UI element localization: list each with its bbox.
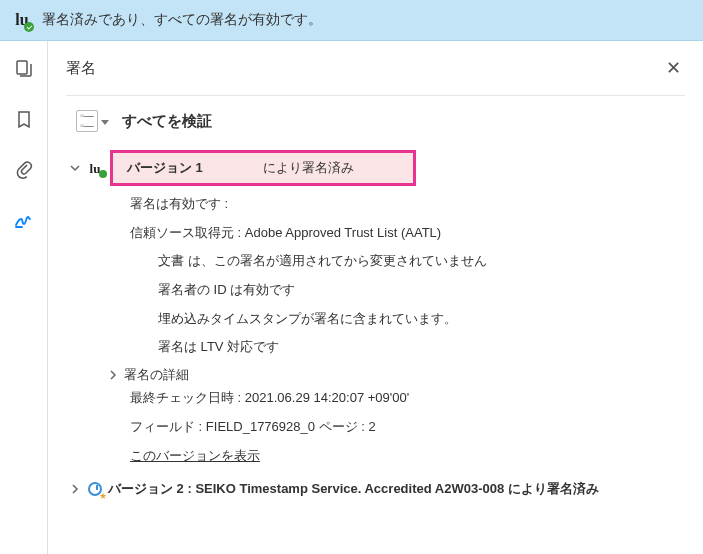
show-version-link[interactable]: このバージョンを表示: [130, 442, 685, 471]
signature-valid-icon: lu: [12, 10, 32, 30]
signature-panel: 署名 ✕ ▫—▫— すべてを検証 lu バージョン 1: [48, 41, 703, 554]
last-checked-line: 最終チェック日時 : 2021.06.29 14:20:07 +09'00': [130, 384, 685, 413]
version-1-signed-by: により署名済み: [263, 159, 354, 177]
left-sidebar: [0, 41, 48, 554]
panel-header: 署名 ✕: [66, 53, 685, 96]
timestamp-icon: ★: [86, 480, 104, 498]
thumbnails-icon[interactable]: [12, 57, 36, 81]
not-modified-line: 文書 は、この署名が適用されてから変更されていません: [158, 247, 685, 276]
id-valid-line: 署名者の ID は有効です: [158, 276, 685, 305]
trust-source-line: 信頼ソース取得元 : Adobe Approved Trust List (AA…: [130, 219, 685, 248]
main-area: 署名 ✕ ▫—▫— すべてを検証 lu バージョン 1: [0, 41, 703, 554]
version-2-row[interactable]: ★ バージョン 2 : SEIKO Timestamp Service. Acc…: [68, 480, 685, 498]
verify-all-button[interactable]: すべてを検証: [122, 112, 212, 131]
svg-rect-0: [17, 61, 27, 74]
signature-details-label: 署名の詳細: [124, 366, 189, 384]
attachment-icon[interactable]: [12, 157, 36, 181]
field-line: フィールド : FIELD_1776928_0 ページ : 2: [130, 413, 685, 442]
panel-title: 署名: [66, 59, 96, 78]
version-1-row[interactable]: lu バージョン 1 により署名済み: [68, 146, 685, 190]
chevron-right-icon[interactable]: [106, 368, 120, 382]
embedded-ts-line: 埋め込みタイムスタンプが署名に含まれています。: [158, 305, 685, 334]
chevron-right-icon[interactable]: [68, 482, 82, 496]
signature-panel-icon[interactable]: [12, 207, 36, 231]
version-2-label: バージョン 2 : SEIKO Timestamp Service. Accre…: [108, 480, 599, 498]
options-dropdown-button[interactable]: ▫—▫—: [76, 110, 98, 132]
close-icon[interactable]: ✕: [662, 53, 685, 83]
bookmark-icon[interactable]: [12, 107, 36, 131]
signature-status-banner: lu 署名済みであり、すべての署名が有効です。: [0, 0, 703, 41]
panel-toolbar: ▫—▫— すべてを検証: [66, 96, 685, 142]
version-1-highlight: バージョン 1 により署名済み: [110, 150, 416, 186]
signature-tree: lu バージョン 1 により署名済み 署名は有効です : 信頼ソース取得元 : …: [66, 142, 685, 498]
version-1-label: バージョン 1: [127, 159, 203, 177]
chevron-down-icon[interactable]: [68, 161, 82, 175]
banner-text: 署名済みであり、すべての署名が有効です。: [42, 11, 322, 29]
ltv-line: 署名は LTV 対応です: [158, 333, 685, 362]
sig-valid-line: 署名は有効です :: [130, 190, 685, 219]
signature-valid-icon: lu: [86, 159, 104, 177]
signature-details-row[interactable]: 署名の詳細: [106, 366, 685, 384]
